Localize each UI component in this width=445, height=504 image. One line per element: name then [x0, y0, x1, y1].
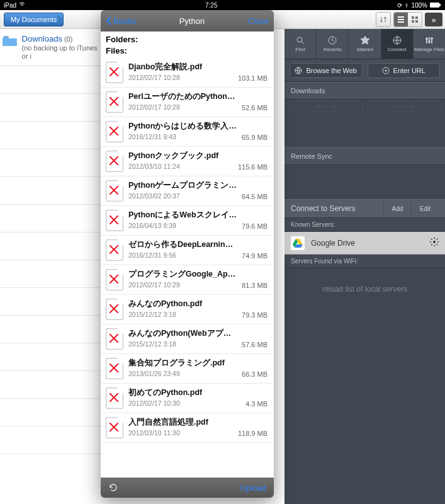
- upload-button[interactable]: Upload: [240, 483, 266, 493]
- downloads-section-head: Downloads: [284, 82, 445, 100]
- downloads-count: (0): [64, 35, 72, 43]
- pdf-icon: [106, 62, 123, 83]
- ios-status-bar: iPad 7:25 ⟳ ᚼ 100%: [0, 0, 445, 10]
- file-size: 103.1 MB: [238, 74, 268, 83]
- my-documents-breadcrumb[interactable]: My Documents: [4, 13, 64, 26]
- battery-percent: 100%: [411, 2, 427, 9]
- pdf-icon: [106, 417, 123, 438]
- file-row[interactable]: Pythonゲームプログラミング入門.pdf 2012/03/02 20:37 …: [101, 176, 274, 206]
- file-size: 64.5 MB: [242, 193, 268, 202]
- svg-rect-3: [415, 16, 418, 19]
- file-date: 2012/02/17 10:29: [128, 281, 237, 289]
- wifi-servers-label: Servers Found via WiFi:: [284, 255, 445, 268]
- pdf-icon: [106, 151, 123, 172]
- file-name: Pythonゲームプログラミング入門.pdf: [128, 180, 237, 191]
- tab-connect[interactable]: Connect: [381, 29, 414, 59]
- downloads-subtitle: (no backing up to iTunes or i: [22, 44, 98, 60]
- file-date: 2016/04/13 8:39: [128, 222, 237, 229]
- file-row[interactable]: 入門自然言語処理.pdf 2012/03/10 11:30 118.9 MB: [101, 413, 274, 443]
- server-name: Google Drive: [311, 239, 355, 248]
- wifi-icon: [19, 1, 25, 9]
- gear-icon[interactable]: [430, 238, 439, 248]
- file-row[interactable]: みんなのPython(Webアプリ編).pdf 2015/12/12 3:18 …: [101, 324, 274, 354]
- file-row[interactable]: Pythonからはじめる数学入門.pdf 2016/12/31 9:43 65.…: [101, 117, 274, 147]
- svg-point-14: [385, 69, 386, 71]
- tab-find[interactable]: Find: [284, 29, 317, 59]
- file-browser-modal: Books Python Close Folders: Files: Djanb…: [101, 10, 274, 498]
- expand-panel-button[interactable]: »: [425, 13, 442, 26]
- server-google-drive[interactable]: Google Drive: [284, 232, 445, 255]
- sort-button[interactable]: [376, 13, 390, 26]
- add-server-button[interactable]: Add: [383, 202, 411, 215]
- connect-servers-head: Connect to Servers Add Edit: [284, 199, 445, 218]
- list-view-button[interactable]: [394, 13, 408, 26]
- file-date: 2012/03/02 20:37: [128, 192, 237, 200]
- file-date: 2012/02/17 10:30: [128, 399, 240, 407]
- file-name: PerlユーザのためのPython移行ガイド.pdf: [128, 91, 237, 102]
- svg-point-6: [297, 37, 302, 42]
- file-list[interactable]: Djanbo完全解説.pdf 2012/02/17 10:28 103.1 MB…: [101, 58, 274, 478]
- tab-recents[interactable]: Recents: [317, 29, 349, 59]
- reload-button[interactable]: [108, 483, 118, 493]
- bluetooth-icon: ᚼ: [405, 2, 408, 9]
- svg-rect-5: [415, 20, 418, 23]
- modal-title: Python: [136, 16, 248, 26]
- edit-server-button[interactable]: Edit: [411, 202, 439, 215]
- reload-servers-link[interactable]: reload list of local servers: [284, 268, 445, 310]
- file-name: 入門自然言語処理.pdf: [128, 417, 233, 428]
- downloads-folder-row[interactable]: Downloads (0) (no backing up to iTunes o…: [0, 29, 101, 66]
- svg-rect-2: [412, 16, 414, 19]
- known-servers-label: Known Servers:: [284, 218, 445, 232]
- file-row[interactable]: Pythonクックブック.pdf 2012/03/10 11:24 115.6 …: [101, 147, 274, 176]
- pdf-icon: [106, 299, 123, 320]
- tab-starred[interactable]: Starred: [349, 29, 381, 59]
- file-date: 2016/12/31 9:56: [128, 251, 237, 259]
- file-size: 65.9 MB: [242, 134, 268, 142]
- pdf-icon: [106, 387, 123, 409]
- file-size: 66.3 MB: [242, 370, 268, 379]
- file-date: 2016/12/31 9:43: [128, 133, 237, 140]
- file-size: 74.9 MB: [242, 252, 268, 261]
- show-all-button[interactable]: Show All: [288, 101, 363, 112]
- google-drive-icon: [291, 236, 305, 250]
- pdf-icon: [106, 328, 123, 350]
- sort-control[interactable]: [376, 12, 391, 27]
- file-name: Pythonからはじめる数学入門.pdf: [128, 121, 237, 132]
- file-name: プログラミングGoogle_App_Engine.pdf: [128, 269, 237, 280]
- close-button[interactable]: Close: [248, 16, 269, 26]
- file-date: 2012/03/10 11:24: [128, 163, 233, 170]
- device-label: iPad: [4, 2, 16, 9]
- tab-manage-files[interactable]: Manage Files: [414, 29, 445, 59]
- svg-point-9: [425, 38, 427, 40]
- file-row[interactable]: 初めてのPython.pdf 2012/02/17 10:30 4.3 MB: [101, 384, 274, 413]
- battery-icon: [430, 2, 441, 9]
- svg-point-10: [428, 41, 430, 43]
- clear-all-button[interactable]: Clear All: [367, 101, 442, 112]
- file-name: みんなのPython.pdf: [128, 299, 237, 309]
- file-row[interactable]: ゼロから作るDeepLearning.pdf 2016/12/31 9:56 7…: [101, 236, 274, 265]
- file-name: Djanbo完全解説.pdf: [128, 62, 233, 72]
- file-row[interactable]: 集合知プログラミング.pdf 2013/01/26 23:49 66.3 MB: [101, 354, 274, 384]
- file-row[interactable]: プログラミングGoogle_App_Engine.pdf 2012/02/17 …: [101, 265, 274, 295]
- left-file-column: Downloads (0) (no backing up to iTunes o…: [0, 29, 101, 504]
- browse-web-button[interactable]: Browse the Web: [290, 63, 363, 78]
- file-row[interactable]: Djanbo完全解説.pdf 2012/02/17 10:28 103.1 MB: [101, 58, 274, 88]
- folders-label: Folders:: [106, 34, 269, 45]
- file-date: 2012/02/17 10:28: [128, 103, 237, 111]
- file-size: 118.9 MB: [238, 430, 268, 438]
- file-name: 集合知プログラミング.pdf: [128, 358, 237, 369]
- file-date: 2013/01/26 23:49: [128, 370, 237, 377]
- remote-sync-head: Remote Sync: [284, 147, 445, 165]
- svg-rect-1: [439, 4, 441, 6]
- file-name: PythonによるWebスクレイピング.pdf: [128, 210, 237, 220]
- back-button[interactable]: Books: [106, 16, 136, 26]
- file-row[interactable]: PerlユーザのためのPython移行ガイド.pdf 2012/02/17 10…: [101, 88, 274, 117]
- grid-view-button[interactable]: [408, 13, 422, 26]
- file-name: みんなのPython(Webアプリ編).pdf: [128, 328, 237, 339]
- file-row[interactable]: PythonによるWebスクレイピング.pdf 2016/04/13 8:39 …: [101, 206, 274, 236]
- orientation-lock-icon: ⟳: [397, 2, 402, 9]
- enter-url-button[interactable]: Enter URL: [368, 63, 441, 78]
- pdf-icon: [106, 358, 123, 379]
- file-row[interactable]: みんなのPython.pdf 2015/12/12 3:18 79.3 MB: [101, 295, 274, 324]
- folder-icon: [3, 34, 18, 48]
